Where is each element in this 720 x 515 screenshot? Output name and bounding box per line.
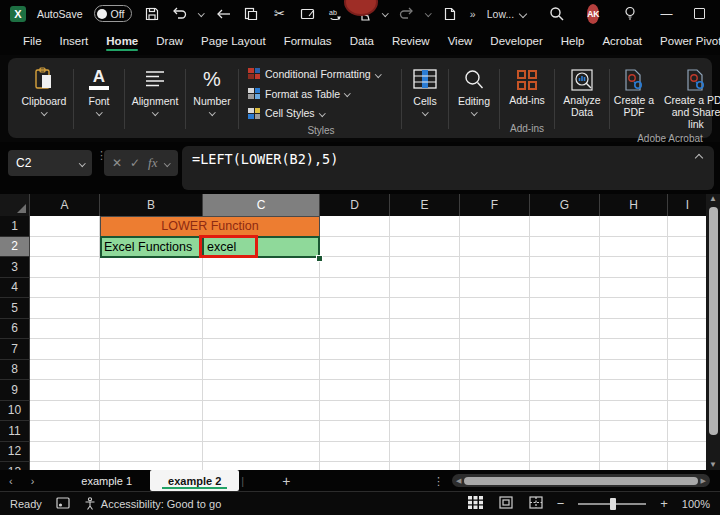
cell-A12[interactable] — [30, 442, 100, 463]
cell-C2[interactable]: excel — [203, 237, 320, 258]
column-header-D[interactable]: D — [320, 194, 390, 216]
cell-G9[interactable] — [530, 380, 600, 401]
cell-C7[interactable] — [203, 339, 320, 360]
cell-A7[interactable] — [30, 339, 100, 360]
menu-tab-insert[interactable]: Insert — [51, 30, 98, 52]
cell-A11[interactable] — [30, 421, 100, 442]
row-header-4[interactable]: 4 — [0, 278, 30, 299]
cell-D12[interactable] — [320, 442, 390, 463]
row-header-9[interactable]: 9 — [0, 380, 30, 401]
cell-H1[interactable] — [600, 216, 668, 237]
cell-D3[interactable] — [320, 257, 390, 278]
cell-A3[interactable] — [30, 257, 100, 278]
cell-G7[interactable] — [530, 339, 600, 360]
cell-F7[interactable] — [460, 339, 530, 360]
cell-D1[interactable] — [320, 216, 390, 237]
row-header-11[interactable]: 11 — [0, 421, 30, 442]
cell-I8[interactable] — [668, 360, 708, 381]
number-group[interactable]: % Number — [187, 62, 237, 136]
cell-D13[interactable] — [320, 462, 390, 470]
column-header-I[interactable]: I — [668, 194, 708, 216]
cell-E11[interactable] — [390, 421, 460, 442]
add-sheet-button[interactable]: + — [246, 473, 326, 489]
scroll-down-icon[interactable]: ▼ — [709, 460, 717, 470]
cell-G8[interactable] — [530, 360, 600, 381]
cell-I10[interactable] — [668, 401, 708, 422]
user-avatar[interactable]: AK — [587, 4, 599, 24]
cell-B5[interactable] — [100, 298, 203, 319]
cell-G3[interactable] — [530, 257, 600, 278]
zoom-out-button[interactable]: − — [557, 496, 565, 511]
cell-I13[interactable] — [668, 462, 708, 470]
page-break-preview-icon[interactable] — [529, 496, 543, 511]
cell-B3[interactable] — [100, 257, 203, 278]
paste-icon[interactable] — [299, 5, 316, 22]
cell-H2[interactable] — [600, 237, 668, 258]
column-header-C[interactable]: C — [203, 194, 320, 216]
row-header-2[interactable]: 2 — [0, 237, 30, 258]
zoom-in-button[interactable]: + — [660, 496, 668, 511]
cell-H10[interactable] — [600, 401, 668, 422]
alignment-group[interactable]: Alignment — [126, 62, 184, 136]
select-all-corner[interactable] — [0, 194, 30, 216]
clipboard-group[interactable]: Clipboard — [16, 62, 72, 136]
menu-tab-acrobat[interactable]: Acrobat — [593, 30, 651, 52]
cell-B11[interactable] — [100, 421, 203, 442]
cell-H11[interactable] — [600, 421, 668, 442]
create-pdf-share-button[interactable]: Create a PDF and Share link — [663, 66, 720, 130]
row-header-3[interactable]: 3 — [0, 257, 30, 278]
cell-F2[interactable] — [460, 237, 530, 258]
cell-C10[interactable] — [203, 401, 320, 422]
insert-function-icon[interactable]: fx — [148, 155, 157, 171]
horizontal-scrollbar[interactable]: ◀ ▶ — [452, 474, 710, 487]
menu-tab-home[interactable]: Home — [97, 30, 147, 52]
cell-G10[interactable] — [530, 401, 600, 422]
cell-H9[interactable] — [600, 380, 668, 401]
cell-F6[interactable] — [460, 319, 530, 340]
save-icon[interactable] — [143, 5, 160, 22]
vertical-scrollbar[interactable]: ▲ ▼ — [706, 194, 720, 470]
cell-F4[interactable] — [460, 278, 530, 299]
cell-B9[interactable] — [100, 380, 203, 401]
cut-icon[interactable]: ✂ — [271, 5, 288, 22]
tab-bar-menu-icon[interactable]: ⋮ — [433, 478, 452, 484]
cell-F3[interactable] — [460, 257, 530, 278]
cell-C11[interactable] — [203, 421, 320, 442]
cancel-entry-icon[interactable]: ✕ — [112, 156, 122, 170]
scroll-up-icon[interactable]: ▲ — [709, 194, 717, 204]
column-header-A[interactable]: A — [30, 194, 100, 216]
row-header-6[interactable]: 6 — [0, 319, 30, 340]
cell-G4[interactable] — [530, 278, 600, 299]
normal-view-icon[interactable] — [468, 496, 483, 511]
cell-F11[interactable] — [460, 421, 530, 442]
column-header-H[interactable]: H — [600, 194, 668, 216]
redo-dropdown-icon[interactable] — [425, 10, 431, 16]
cell-D2[interactable] — [320, 237, 390, 258]
search-icon[interactable] — [548, 5, 565, 22]
row-header-8[interactable]: 8 — [0, 360, 30, 381]
cell-C9[interactable] — [203, 380, 320, 401]
zoom-level[interactable]: 100% — [682, 498, 710, 510]
cell-I3[interactable] — [668, 257, 708, 278]
cell-B6[interactable] — [100, 319, 203, 340]
cell-D5[interactable] — [320, 298, 390, 319]
column-header-B[interactable]: B — [100, 194, 203, 216]
cell-H4[interactable] — [600, 278, 668, 299]
font-group[interactable]: A Font — [75, 62, 123, 136]
autosave-toggle[interactable]: Off — [94, 5, 133, 22]
cell-I11[interactable] — [668, 421, 708, 442]
cell-B10[interactable] — [100, 401, 203, 422]
cell-E4[interactable] — [390, 278, 460, 299]
cell-G5[interactable] — [530, 298, 600, 319]
cell-H5[interactable] — [600, 298, 668, 319]
back-arrow-icon[interactable] — [215, 5, 232, 22]
create-pdf-button[interactable]: Create a PDF — [611, 66, 657, 130]
cell-B13[interactable] — [100, 462, 203, 470]
cell-H12[interactable] — [600, 442, 668, 463]
row-header-5[interactable]: 5 — [0, 298, 30, 319]
cell-A9[interactable] — [30, 380, 100, 401]
cell-A8[interactable] — [30, 360, 100, 381]
column-header-F[interactable]: F — [460, 194, 530, 216]
formula-input[interactable]: =LEFT(LOWER(B2),5) — [182, 146, 714, 190]
fx-dropdown-icon[interactable] — [165, 160, 171, 166]
